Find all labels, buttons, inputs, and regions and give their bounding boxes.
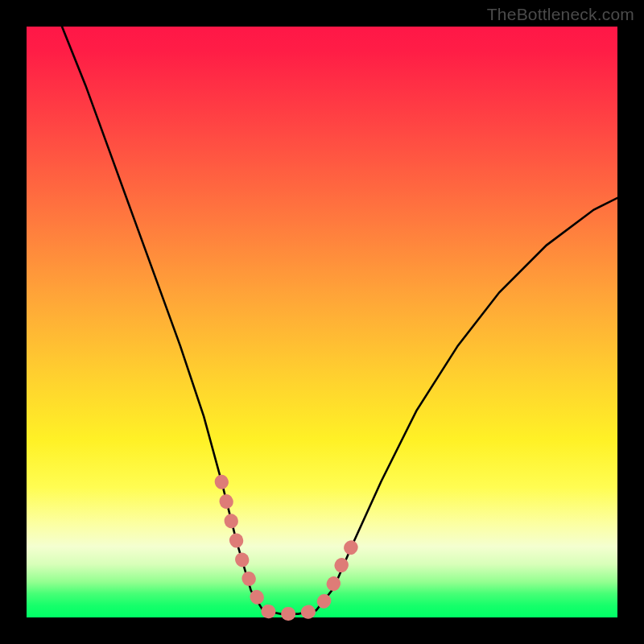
chart-svg bbox=[27, 27, 617, 617]
watermark-text: TheBottleneck.com bbox=[487, 5, 634, 24]
valley-marker bbox=[221, 481, 352, 613]
outer-frame: TheBottleneck.com bbox=[0, 0, 644, 644]
plot-area bbox=[27, 27, 617, 617]
main-curve bbox=[62, 27, 617, 614]
